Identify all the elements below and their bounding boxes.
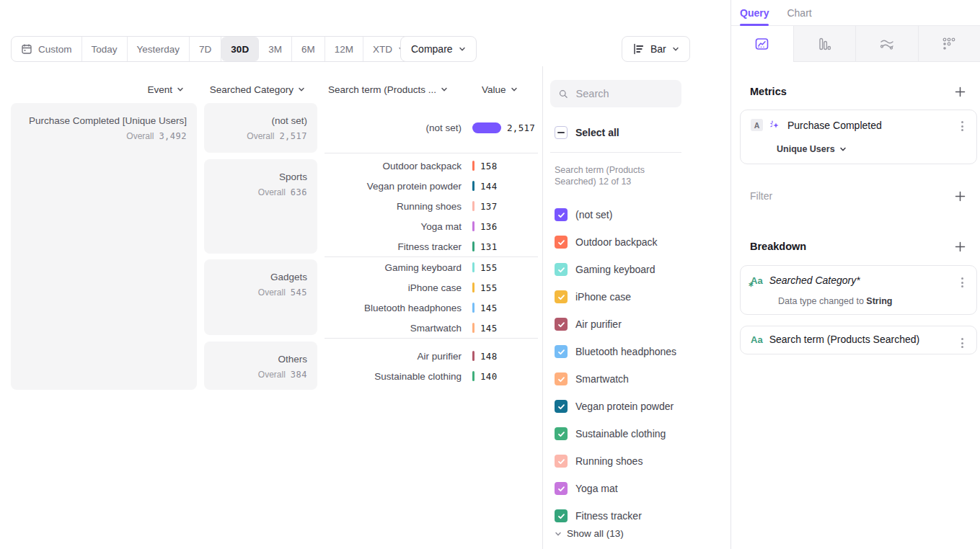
search-term-row[interactable]: Running shoes137	[325, 196, 541, 216]
date-range-3m[interactable]: 3M	[259, 37, 292, 61]
filter-item-label: (not set)	[575, 209, 612, 220]
compare-button[interactable]: Compare	[400, 36, 477, 62]
date-range-custom[interactable]: Custom	[12, 37, 82, 61]
date-range-label: Yesterday	[137, 44, 180, 55]
date-range-picker: CustomTodayYesterday7D30D3M6M12MXTD	[11, 36, 415, 62]
category-cell[interactable]: OthersOverall384	[204, 342, 317, 390]
show-all-toggle[interactable]: Show all (13)	[555, 528, 624, 539]
report-tab-flows[interactable]	[856, 26, 919, 62]
date-range-today[interactable]: Today	[82, 37, 128, 61]
filter-checkbox[interactable]	[555, 400, 568, 413]
breakdown-options-button[interactable]	[959, 275, 966, 290]
select-all-checkbox[interactable]	[555, 126, 568, 139]
filter-item[interactable]: Yoga mat	[555, 475, 682, 502]
filter-checkbox[interactable]	[555, 372, 568, 385]
filter-section-header: Filter	[750, 190, 966, 202]
search-box[interactable]	[550, 80, 681, 107]
add-metric-button[interactable]	[955, 86, 966, 97]
column-header-event[interactable]: Event	[11, 82, 184, 97]
filter-title: Filter	[750, 190, 772, 202]
category-cell[interactable]: (not set)Overall2,517	[204, 103, 317, 153]
search-term-row[interactable]: Gaming keyboard155	[325, 257, 541, 277]
tab-chart[interactable]: Chart	[787, 7, 811, 19]
filter-item[interactable]: Bluetooth headphones	[555, 338, 682, 365]
search-term-row[interactable]: Outdoor backpack158	[325, 156, 541, 176]
filter-checkbox[interactable]	[555, 236, 568, 249]
filter-checkbox[interactable]	[555, 263, 568, 276]
chart-type-button[interactable]: Bar	[622, 36, 690, 62]
filter-item[interactable]: Smartwatch	[555, 365, 682, 393]
calendar-icon	[21, 43, 32, 55]
select-all-row[interactable]: Select all	[555, 126, 619, 139]
search-term-row[interactable]: Vegan protein powder144	[325, 176, 541, 196]
filter-checkbox[interactable]	[555, 208, 568, 221]
filter-item[interactable]: Gaming keyboard	[555, 256, 682, 283]
select-all-label: Select all	[575, 127, 619, 138]
filter-item[interactable]: Sustainable clothing	[555, 420, 682, 447]
filter-item[interactable]: Running shoes	[555, 447, 682, 475]
filter-checkbox[interactable]	[555, 345, 568, 358]
filter-item[interactable]: Fitness tracker	[555, 502, 682, 530]
filter-item[interactable]: Outdoor backpack	[555, 228, 682, 256]
filter-item-label: Fitness tracker	[575, 510, 642, 522]
term-label: Yoga mat	[325, 221, 462, 232]
date-range-label: 30D	[231, 44, 249, 55]
add-breakdown-button[interactable]	[955, 241, 966, 252]
search-term-row[interactable]: iPhone case155	[325, 277, 541, 298]
measure-selector[interactable]: Unique Users	[777, 144, 847, 154]
breakdown-row: ∗Aa Searched Category*	[751, 274, 860, 286]
search-input[interactable]	[575, 87, 673, 100]
search-term-row[interactable]: Smartwatch145	[325, 318, 541, 338]
term-label: iPhone case	[325, 282, 462, 293]
date-range-yesterday[interactable]: Yesterday	[128, 37, 190, 61]
breakdown-options-button[interactable]	[959, 336, 966, 350]
search-term-row[interactable]: Sustainable clothing140	[325, 366, 541, 386]
filter-checkbox[interactable]	[555, 482, 568, 495]
filter-checkbox[interactable]	[555, 290, 568, 303]
filter-checkbox[interactable]	[555, 427, 568, 440]
add-filter-button[interactable]	[955, 191, 966, 202]
term-label: Sustainable clothing	[325, 371, 462, 382]
filter-item-list: (not set) Outdoor backpack Gaming keyboa…	[555, 201, 682, 530]
event-cell[interactable]: Purchase Completed [Unique Users] Overal…	[11, 103, 197, 390]
date-range-30d[interactable]: 30D	[221, 37, 259, 61]
category-cell[interactable]: SportsOverall636	[204, 159, 317, 254]
search-term-row[interactable]: (not set)2,517	[325, 117, 541, 138]
filter-item[interactable]: iPhone case	[555, 283, 682, 311]
filter-checkbox[interactable]	[555, 318, 568, 331]
filter-item[interactable]: Air purifier	[555, 311, 682, 338]
filter-item[interactable]: Vegan protein powder	[555, 393, 682, 420]
breakdown-name: Search term (Products Searched)	[769, 334, 920, 345]
chevron-down-icon	[177, 86, 184, 93]
chevron-down-icon	[839, 146, 847, 153]
date-range-6m[interactable]: 6M	[292, 37, 325, 61]
breakdown-card-search-term[interactable]: Aa Search term (Products Searched)	[740, 326, 977, 354]
report-tab-insights[interactable]	[731, 26, 794, 62]
filter-checkbox[interactable]	[555, 509, 568, 522]
column-header-searched-category[interactable]: Searched Category	[204, 82, 305, 97]
report-tab-funnels[interactable]	[794, 26, 857, 62]
filter-checkbox[interactable]	[555, 455, 568, 468]
date-range-7d[interactable]: 7D	[190, 37, 221, 61]
value-bar	[472, 241, 474, 251]
metric-options-button[interactable]	[959, 119, 966, 133]
tab-query[interactable]: Query	[740, 7, 769, 19]
search-term-row[interactable]: Bluetooth headphones145	[325, 298, 541, 318]
search-term-row[interactable]: Yoga mat136	[325, 216, 541, 236]
column-header-search-term[interactable]: Search term (Products ...	[328, 82, 448, 97]
report-tab-retention[interactable]	[919, 26, 980, 62]
show-all-label: Show all (13)	[567, 528, 624, 539]
search-term-row[interactable]: Air purifier148	[325, 346, 541, 366]
value-bar	[472, 282, 474, 293]
category-name: Gadgets	[204, 272, 307, 282]
column-header-value[interactable]: Value	[482, 82, 518, 97]
breakdown-card-searched-category[interactable]: ∗Aa Searched Category* Data type changed…	[740, 265, 977, 315]
chevron-down-icon	[555, 530, 562, 537]
metric-card[interactable]: A Purchase Completed Unique Users	[740, 110, 977, 164]
search-term-row[interactable]: Fitness tracker131	[325, 236, 541, 256]
filter-item[interactable]: (not set)	[555, 201, 682, 228]
value-bar	[472, 161, 474, 171]
date-range-12m[interactable]: 12M	[325, 37, 363, 61]
value-label: 137	[480, 201, 497, 212]
category-cell[interactable]: GadgetsOverall545	[204, 259, 317, 335]
